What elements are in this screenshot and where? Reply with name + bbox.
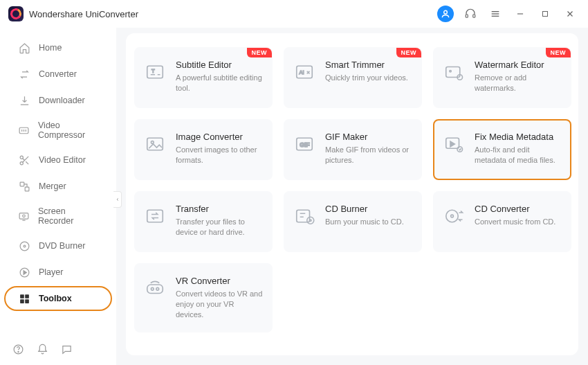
chat-icon bbox=[61, 344, 73, 355]
maximize-icon bbox=[541, 10, 549, 18]
sidebar-item-label: Player bbox=[39, 267, 63, 277]
recorder-icon bbox=[18, 210, 30, 222]
tool-title: Transfer bbox=[176, 204, 263, 214]
svg-point-46 bbox=[151, 287, 154, 290]
svg-point-32 bbox=[450, 71, 452, 73]
image-icon bbox=[144, 133, 166, 155]
svg-rect-26 bbox=[147, 66, 163, 78]
disc-icon bbox=[18, 240, 30, 252]
svg-point-44 bbox=[451, 215, 454, 217]
content-area: NEW T Subtitle Editor A powerful subtitl… bbox=[116, 28, 588, 365]
sidebar-footer bbox=[0, 334, 116, 365]
maximize-button[interactable] bbox=[535, 4, 555, 24]
sidebar-item-converter[interactable]: Converter bbox=[4, 62, 112, 87]
svg-point-43 bbox=[446, 210, 459, 222]
sidebar-item-toolbox[interactable]: Toolbox bbox=[4, 286, 112, 311]
svg-rect-22 bbox=[20, 299, 24, 303]
subtitle-icon: T bbox=[144, 61, 166, 83]
watermark-icon bbox=[443, 61, 465, 83]
download-icon bbox=[18, 94, 30, 107]
sidebar-item-downloader[interactable]: Downloader bbox=[4, 88, 112, 113]
svg-point-11 bbox=[20, 156, 23, 159]
play-icon bbox=[18, 266, 30, 278]
app-logo-icon bbox=[8, 6, 24, 21]
trimmer-icon: AI bbox=[293, 61, 315, 83]
sidebar-item-label: Converter bbox=[39, 69, 77, 79]
sidebar-collapse-button[interactable] bbox=[113, 191, 122, 208]
tool-desc: Burn your music to CD. bbox=[325, 217, 404, 227]
sidebar-item-compressor[interactable]: Video Compressor bbox=[4, 114, 112, 146]
tool-title: Watermark Editor bbox=[475, 60, 562, 70]
home-icon bbox=[18, 42, 30, 54]
tool-desc: Convert videos to VR and enjoy on your V… bbox=[176, 289, 263, 320]
tool-desc: Convert music from CD. bbox=[475, 217, 555, 227]
tool-grid: NEW T Subtitle Editor A powerful subtitl… bbox=[134, 47, 570, 332]
tool-fix-metadata[interactable]: Fix Media Metadata Auto-fix and edit met… bbox=[433, 119, 571, 180]
sidebar-item-player[interactable]: Player bbox=[4, 260, 112, 285]
scissors-icon bbox=[18, 154, 30, 166]
feedback-button[interactable] bbox=[61, 344, 73, 355]
tool-vr-converter[interactable]: VR Converter Convert videos to VR and en… bbox=[134, 263, 273, 332]
tool-title: Subtitle Editor bbox=[176, 60, 263, 70]
toolbox-icon bbox=[18, 292, 30, 305]
tool-gif-maker[interactable]: GIF GIF Maker Make GIF from videos or pi… bbox=[284, 119, 422, 180]
sidebar-item-label: Toolbox bbox=[39, 294, 72, 303]
svg-text:GIF: GIF bbox=[300, 141, 310, 148]
new-badge: NEW bbox=[247, 48, 273, 57]
titlebar: Wondershare UniConverter bbox=[0, 0, 588, 28]
sidebar: Home Converter Downloader Video Compress… bbox=[0, 28, 116, 365]
transfer-icon bbox=[144, 205, 166, 227]
sidebar-item-video-editor[interactable]: Video Editor bbox=[4, 148, 112, 172]
svg-rect-20 bbox=[20, 294, 24, 299]
tool-transfer[interactable]: Transfer Transfer your files to device o… bbox=[134, 191, 273, 252]
svg-point-47 bbox=[156, 287, 159, 290]
tool-desc: Quickly trim your videos. bbox=[325, 73, 408, 83]
tool-subtitle-editor[interactable]: NEW T Subtitle Editor A powerful subtitl… bbox=[134, 47, 273, 108]
minimize-button[interactable] bbox=[511, 4, 530, 24]
svg-text:T: T bbox=[151, 68, 155, 74]
tool-desc: Convert images to other formats. bbox=[176, 145, 263, 166]
app-title: Wondershare UniConverter bbox=[29, 9, 138, 19]
bell-icon bbox=[37, 344, 48, 355]
new-badge: NEW bbox=[546, 48, 571, 57]
hamburger-icon bbox=[490, 8, 501, 19]
tool-desc: Make GIF from videos or pictures. bbox=[325, 145, 412, 166]
sidebar-item-dvd[interactable]: DVD Burner bbox=[4, 233, 112, 258]
help-button[interactable] bbox=[12, 344, 24, 355]
svg-rect-40 bbox=[297, 210, 310, 222]
svg-rect-21 bbox=[25, 294, 29, 299]
svg-text:AI: AI bbox=[300, 69, 304, 75]
tool-cd-burner[interactable]: CD Burner Burn your music to CD. bbox=[284, 191, 422, 252]
sidebar-item-home[interactable]: Home bbox=[4, 35, 112, 60]
tool-title: CD Converter bbox=[475, 204, 555, 214]
tool-desc: A powerful subtitle editing tool. bbox=[176, 73, 263, 94]
headset-icon bbox=[464, 8, 477, 20]
close-button[interactable] bbox=[560, 4, 580, 24]
sidebar-item-label: Downloader bbox=[39, 96, 85, 105]
tool-watermark-editor[interactable]: NEW Watermark Editor Remove or add water… bbox=[433, 47, 571, 108]
tool-title: VR Converter bbox=[176, 276, 263, 286]
tool-title: Image Converter bbox=[176, 132, 263, 142]
tool-cd-converter[interactable]: CD Converter Convert music from CD. bbox=[433, 191, 571, 252]
sidebar-item-label: Video Compressor bbox=[38, 121, 98, 140]
menu-button[interactable] bbox=[486, 4, 505, 24]
svg-point-12 bbox=[20, 161, 23, 164]
sidebar-item-label: Merger bbox=[39, 181, 66, 191]
sidebar-item-merger[interactable]: Merger bbox=[4, 174, 112, 199]
notifications-button[interactable] bbox=[37, 344, 48, 355]
sidebar-item-recorder[interactable]: Screen Recorder bbox=[4, 200, 112, 232]
support-button[interactable] bbox=[461, 4, 480, 24]
svg-rect-39 bbox=[147, 210, 163, 222]
sidebar-item-label: DVD Burner bbox=[39, 241, 85, 251]
tool-image-converter[interactable]: Image Converter Convert images to other … bbox=[134, 119, 273, 180]
compressor-icon bbox=[18, 124, 30, 136]
svg-point-41 bbox=[307, 217, 314, 224]
sidebar-item-label: Home bbox=[39, 43, 62, 53]
svg-rect-45 bbox=[147, 285, 163, 294]
close-icon bbox=[565, 9, 575, 19]
svg-rect-13 bbox=[20, 182, 24, 186]
user-avatar-button[interactable] bbox=[436, 4, 455, 24]
tool-smart-trimmer[interactable]: NEW AI Smart Trimmer Quickly trim your v… bbox=[284, 47, 422, 108]
svg-point-16 bbox=[23, 215, 26, 217]
cd-burner-icon bbox=[293, 205, 315, 227]
